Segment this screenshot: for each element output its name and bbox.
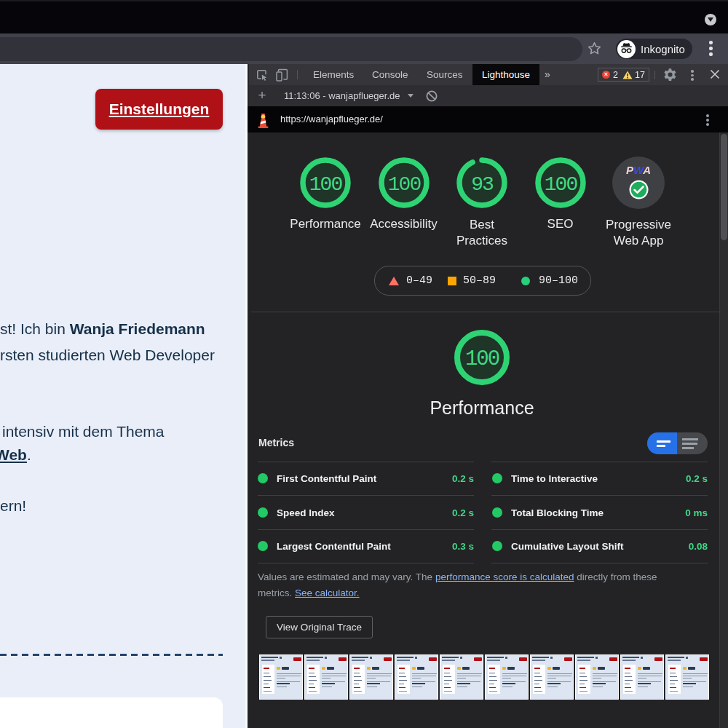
svg-text:93: 93 xyxy=(471,173,494,196)
svg-text:100: 100 xyxy=(309,173,343,196)
svg-text:100: 100 xyxy=(544,173,577,196)
svg-text:100: 100 xyxy=(387,173,421,196)
svg-text:100: 100 xyxy=(465,347,499,371)
